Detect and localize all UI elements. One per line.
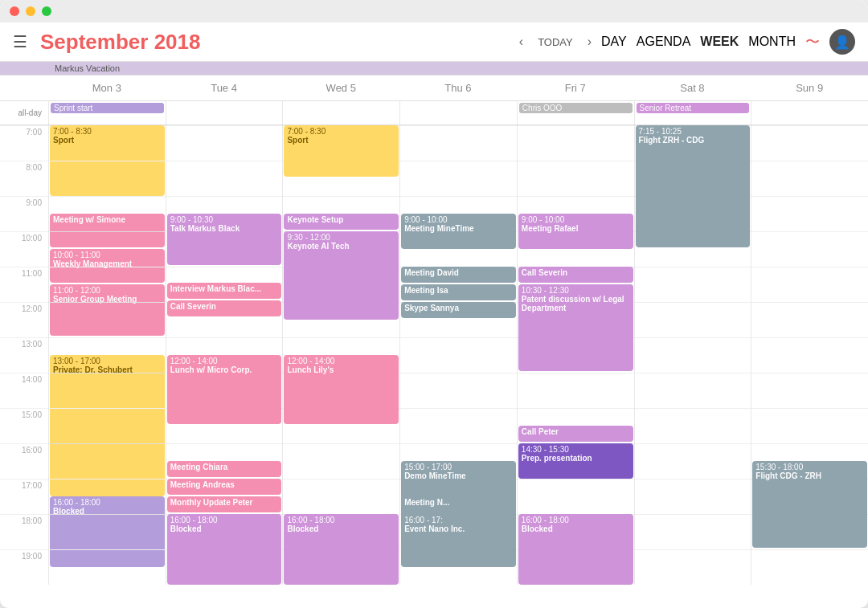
next-button[interactable]: › (588, 35, 592, 49)
minimize-button[interactable] (26, 6, 35, 16)
event-tue-interview[interactable]: Interview Markus Blac... (167, 283, 282, 299)
event-wed-keynote[interactable]: 9:30 - 12:00Keynote AI Tech (284, 231, 399, 320)
allday-fri: Chris OOO (517, 101, 634, 124)
col-tue: 9:00 - 10:30Talk Markus Black Interview … (166, 125, 283, 585)
event-tue-lunch[interactable]: 12:00 - 14:00Lunch w/ Micro Corp. (167, 355, 282, 424)
time-14: 14:00 (0, 373, 48, 408)
event-thu-event[interactable]: 16:00 - 17:Event Nano Inc. (401, 514, 516, 567)
event-fri-patent[interactable]: 10:30 - 12:30Patent discussion w/ Legal … (518, 284, 633, 371)
vacation-bar: Markus Vacation (0, 62, 868, 75)
event-tue-talk[interactable]: 9:00 - 10:30Talk Markus Black (167, 214, 282, 265)
event-fri-blocked[interactable]: 16:00 - 18:00Blocked (518, 514, 633, 585)
event-mon-simone[interactable]: Meeting w/ Simone (50, 214, 165, 247)
time-12: 12:00 (0, 302, 48, 337)
event-fri-callpeter[interactable]: Call Peter (518, 426, 633, 442)
event-mon-private[interactable]: 13:00 - 17:00Private: Dr. Schubert (50, 355, 165, 496)
prev-button[interactable]: ‹ (519, 35, 523, 49)
event-tue-monthly[interactable]: Monthly Update Peter (167, 496, 282, 512)
event-thu-david[interactable]: Meeting David (401, 267, 516, 283)
event-tue-andreas[interactable]: Meeting Andreas (167, 479, 282, 495)
allday-tue (166, 101, 283, 124)
event-mon-senior[interactable]: 11:00 - 12:00Senior Group Meeting (50, 284, 165, 336)
time-column: 7:00 8:00 9:00 10:00 11:00 12:00 13:00 1… (0, 125, 48, 585)
day-tue: Tue 4 (166, 75, 283, 100)
event-mon-weekly[interactable]: 10:00 - 11:00Weekly Management (50, 249, 165, 283)
allday-mon: Sprint start (48, 101, 166, 124)
event-wed-blocked[interactable]: 16:00 - 18:00Blocked (284, 514, 399, 585)
event-tue-callseverin[interactable]: Call Severin (167, 300, 282, 316)
col-wed: 7:00 - 8:30Sport Keynote Setup 9:30 - 12… (282, 125, 399, 585)
col-sun: 15:30 - 18:00Flight CDG - ZRH (751, 125, 868, 585)
time-8: 8:00 (0, 161, 48, 196)
time-10: 10:00 (0, 231, 48, 267)
menu-icon[interactable]: ☰ (13, 32, 27, 51)
maximize-button[interactable] (42, 6, 51, 16)
event-thu-skype[interactable]: Skype Sannya (401, 302, 516, 318)
view-month-button[interactable]: MONTH (748, 35, 796, 49)
month-year-title: September 2018 (40, 30, 200, 55)
day-mon: Mon 3 (48, 75, 166, 100)
time-17: 17:00 (0, 479, 48, 514)
close-button[interactable] (10, 6, 19, 16)
today-button[interactable]: TODAY (533, 35, 578, 50)
view-week-button[interactable]: WEEK (700, 35, 739, 49)
time-16: 16:00 (0, 443, 48, 479)
event-fri-callseverin[interactable]: Call Severin (518, 267, 633, 283)
allday-label: all-day (0, 101, 48, 124)
day-sun: Sun 9 (751, 75, 868, 100)
event-tue-chiara[interactable]: Meeting Chiara (167, 461, 282, 477)
corner-cell (0, 75, 48, 100)
days-header: Mon 3 Tue 4 Wed 5 Thu 6 Fri 7 Sat 8 Sun … (0, 75, 868, 101)
col-mon: 7:00 - 8:30Sport Meeting w/ Simone 10:00… (48, 125, 166, 585)
header: ☰ September 2018 ‹ TODAY › DAY AGENDA WE… (0, 22, 868, 62)
event-fri-prep[interactable]: 14:30 - 15:30Prep. presentation (518, 443, 633, 479)
allday-sun (751, 101, 868, 124)
calendar-body: Markus Vacation Mon 3 Tue 4 Wed 5 Thu 6 … (0, 62, 868, 585)
month-label: September (40, 30, 148, 54)
allday-sat: Senior Retreat (634, 101, 751, 124)
time-18: 18:00 (0, 514, 48, 549)
time-grid: 7:00 8:00 9:00 10:00 11:00 12:00 13:00 1… (0, 125, 868, 585)
event-thu-minetime[interactable]: 9:00 - 10:00Meeting MineTime (401, 214, 516, 249)
event-tue-blocked[interactable]: 16:00 - 18:00Blocked (167, 514, 282, 585)
event-sat-flight-zrh[interactable]: 7:15 - 10:25Flight ZRH - CDG (636, 125, 751, 247)
time-11: 11:00 (0, 267, 48, 302)
allday-event[interactable]: Sprint start (51, 103, 164, 113)
event-wed-sport[interactable]: 7:00 - 8:30Sport (284, 125, 399, 177)
event-sun-flight-cdg[interactable]: 15:30 - 18:00Flight CDG - ZRH (752, 461, 867, 548)
event-thu-meetingn[interactable]: Meeting N... (401, 496, 516, 512)
col-fri: 9:00 - 10:00Meeting Rafael Call Severin … (517, 125, 634, 585)
event-wed-setup[interactable]: Keynote Setup (284, 214, 399, 230)
col-thu: 9:00 - 10:00Meeting MineTime Meeting Dav… (399, 125, 517, 585)
time-9: 9:00 (0, 196, 48, 231)
day-thu: Thu 6 (399, 75, 517, 100)
scroll-area[interactable]: 7:00 8:00 9:00 10:00 11:00 12:00 13:00 1… (0, 125, 868, 585)
nav-controls: ‹ TODAY › DAY AGENDA WEEK MONTH 〜 👤 (519, 29, 855, 55)
day-fri: Fri 7 (517, 75, 634, 100)
time-19: 19:00 (0, 549, 48, 585)
day-wed: Wed 5 (282, 75, 399, 100)
titlebar (0, 0, 868, 22)
year-label: 2018 (154, 30, 201, 54)
allday-event[interactable]: Senior Retreat (637, 103, 750, 113)
time-13: 13:00 (0, 337, 48, 373)
allday-row: all-day Sprint start Chris OOO Senior Re… (0, 101, 868, 125)
allday-wed (282, 101, 399, 124)
view-agenda-button[interactable]: AGENDA (637, 35, 691, 49)
event-mon-blocked[interactable]: 16:00 - 18:00Blocked (50, 496, 165, 567)
time-15: 15:00 (0, 408, 48, 443)
calendar-window: ☰ September 2018 ‹ TODAY › DAY AGENDA WE… (0, 0, 868, 608)
user-avatar[interactable]: 👤 (829, 29, 855, 55)
day-sat: Sat 8 (634, 75, 751, 100)
event-fri-rafael[interactable]: 9:00 - 10:00Meeting Rafael (518, 214, 633, 249)
event-wed-lunch[interactable]: 12:00 - 14:00Lunch Lily's (284, 355, 399, 424)
col-sat: 7:15 - 10:25Flight ZRH - CDG 17:30 - 20:… (634, 125, 751, 585)
time-7: 7:00 (0, 125, 48, 161)
view-day-button[interactable]: DAY (601, 35, 627, 49)
event-thu-isa[interactable]: Meeting Isa (401, 284, 516, 300)
allday-thu (399, 101, 517, 124)
allday-event[interactable]: Chris OOO (519, 103, 633, 113)
trend-icon: 〜 (805, 32, 820, 51)
